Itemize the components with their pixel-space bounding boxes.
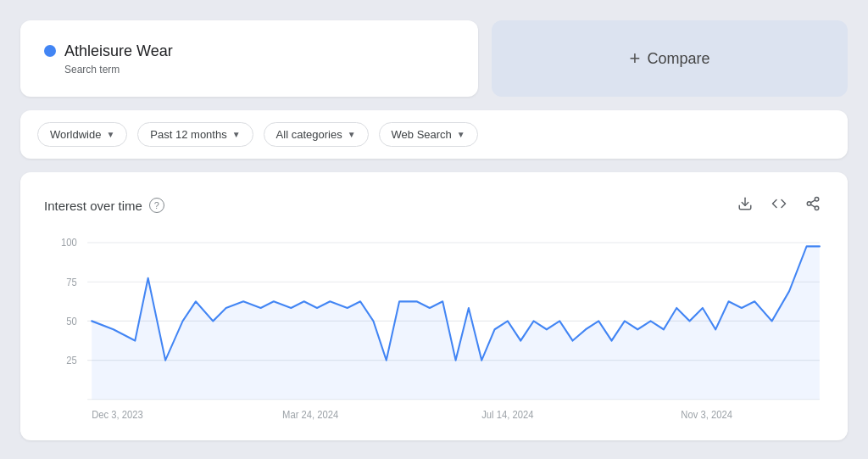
search-term-card: Athleisure Wear Search term	[20, 20, 478, 97]
filter-category[interactable]: All categories ▼	[264, 122, 369, 147]
svg-text:Nov 3, 2024: Nov 3, 2024	[681, 408, 732, 419]
chart-header: Interest over time ?	[44, 193, 824, 218]
top-section: Athleisure Wear Search term + Compare	[20, 20, 848, 97]
chart-container: 100 75 50 25 Dec 3, 2023 Mar 24, 2024 Ju…	[44, 233, 824, 423]
filter-location[interactable]: Worldwide ▼	[37, 122, 127, 147]
share-button[interactable]	[802, 193, 824, 218]
search-term-subtitle: Search term	[64, 64, 454, 76]
chart-card: Interest over time ?	[20, 172, 848, 440]
chevron-down-icon: ▼	[348, 130, 356, 139]
chart-title-group: Interest over time ?	[44, 198, 164, 213]
help-icon[interactable]: ?	[149, 198, 164, 213]
chevron-down-icon: ▼	[232, 130, 241, 139]
filter-bar: Worldwide ▼ Past 12 months ▼ All categor…	[20, 110, 848, 159]
chevron-down-icon: ▼	[106, 130, 114, 139]
filter-time[interactable]: Past 12 months ▼	[137, 122, 253, 147]
chevron-down-icon: ▼	[457, 130, 465, 139]
svg-line-4	[810, 204, 815, 207]
svg-text:25: 25	[66, 355, 77, 366]
search-term-dot	[44, 45, 56, 57]
chart-title: Interest over time	[44, 199, 142, 213]
compare-plus-icon: +	[630, 48, 641, 70]
chart-actions	[734, 193, 824, 218]
compare-card[interactable]: + Compare	[492, 20, 848, 97]
svg-line-5	[810, 200, 815, 203]
filter-search-type[interactable]: Web Search ▼	[379, 122, 478, 147]
search-term-title: Athleisure Wear	[44, 42, 454, 60]
svg-text:Dec 3, 2023: Dec 3, 2023	[92, 408, 143, 419]
svg-text:75: 75	[66, 276, 77, 287]
svg-text:Jul 14, 2024: Jul 14, 2024	[481, 408, 534, 419]
trend-chart: 100 75 50 25 Dec 3, 2023 Mar 24, 2024 Ju…	[44, 233, 824, 420]
compare-label: Compare	[647, 50, 709, 68]
svg-text:50: 50	[66, 315, 77, 326]
svg-text:100: 100	[61, 237, 77, 248]
svg-text:Mar 24, 2024: Mar 24, 2024	[282, 408, 339, 419]
search-term-name: Athleisure Wear	[64, 42, 173, 60]
download-button[interactable]	[734, 193, 756, 218]
embed-button[interactable]	[768, 193, 790, 218]
